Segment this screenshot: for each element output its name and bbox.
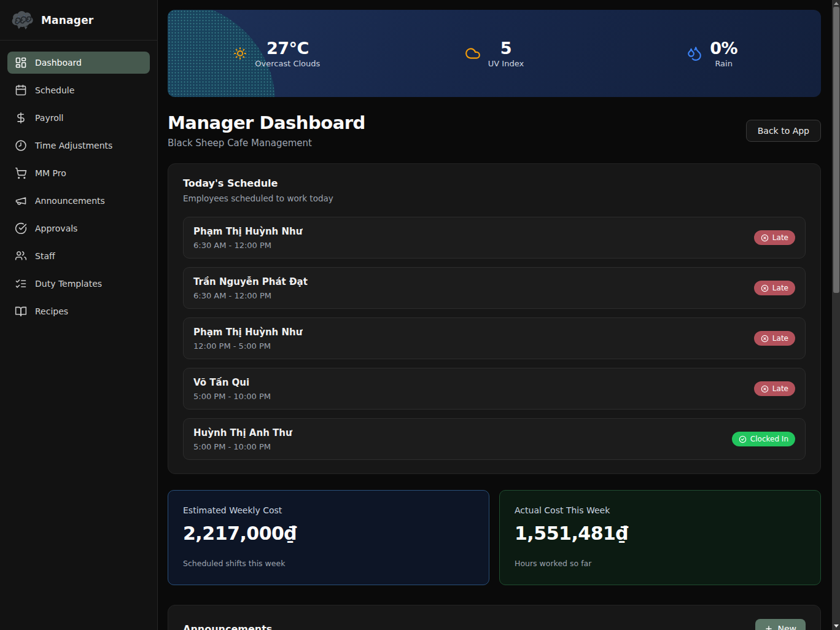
shift-time: 5:00 PM - 10:00 PM: [193, 442, 292, 451]
cost-card-value: 2,217,000₫: [183, 523, 474, 544]
vertical-scrollbar[interactable]: [832, 0, 840, 630]
sidebar-item-label: Dashboard: [35, 58, 82, 68]
weather-temperature: 27°C Overcast Clouds: [168, 39, 386, 68]
status-badge-label: Clocked In: [750, 435, 788, 443]
sidebar-item-mm-pro[interactable]: MM Pro: [7, 162, 150, 184]
weather-banner: 27°C Overcast Clouds 5 UV Index 0% Rain: [168, 10, 821, 97]
status-badge-label: Late: [772, 384, 788, 393]
shift-row: Huỳnh Thị Anh Thư 5:00 PM - 10:00 PM Clo…: [183, 418, 806, 460]
check-circle-icon: [15, 222, 27, 235]
shift-time: 5:00 PM - 10:00 PM: [193, 392, 271, 401]
sidebar-item-label: Recipes: [35, 306, 68, 316]
x-circle-icon: [761, 234, 769, 242]
calendar-icon: [15, 84, 27, 96]
sidebar-item-time-adjustments[interactable]: Time Adjustments: [7, 134, 150, 157]
status-badge-label: Late: [772, 284, 788, 292]
cost-card-title: Actual Cost This Week: [515, 505, 806, 515]
list-checks-icon: [15, 278, 27, 290]
cost-card-caption: Scheduled shifts this week: [183, 559, 474, 568]
sidebar-item-label: Staff: [35, 251, 55, 261]
x-circle-icon: [761, 335, 769, 343]
temperature-value: 27°C: [266, 39, 309, 58]
sidebar-item-recipes[interactable]: Recipes: [7, 300, 150, 322]
employee-name: Trần Nguyễn Phát Đạt: [193, 276, 308, 287]
cost-card-value: 1,551,481₫: [515, 523, 806, 544]
sidebar-item-staff[interactable]: Staff: [7, 245, 150, 267]
sheep-logo-icon: [11, 10, 34, 30]
sidebar-item-label: Time Adjustments: [35, 141, 112, 150]
page-title: Manager Dashboard: [168, 112, 365, 133]
status-badge-late: Late: [754, 230, 795, 245]
sidebar: Manager Dashboard Schedule Payroll Time …: [0, 0, 158, 630]
sidebar-item-label: Announcements: [35, 196, 105, 206]
weather-condition: Overcast Clouds: [255, 59, 320, 68]
status-badge-late: Late: [754, 381, 795, 396]
weather-rain: 0% Rain: [603, 39, 821, 68]
sidebar-header: Manager: [0, 0, 157, 41]
status-badge-late: Late: [754, 331, 795, 346]
announcements-card: Announcements New: [168, 605, 821, 630]
new-announcement-label: New: [777, 624, 796, 630]
schedule-card-subtitle: Employees scheduled to work today: [183, 193, 806, 203]
sidebar-item-label: Payroll: [35, 113, 63, 123]
weather-uv: 5 UV Index: [386, 39, 604, 68]
sidebar-item-label: MM Pro: [35, 168, 66, 178]
schedule-card-title: Today's Schedule: [183, 177, 806, 189]
shift-time: 6:30 AM - 12:00 PM: [193, 241, 302, 250]
x-circle-icon: [761, 385, 769, 393]
scroll-down-arrow-icon[interactable]: [834, 624, 839, 628]
shift-row: Võ Tấn Qui 5:00 PM - 10:00 PM Late: [183, 368, 806, 410]
todays-schedule-card: Today's Schedule Employees scheduled to …: [168, 163, 821, 474]
cloud-icon: [465, 45, 481, 61]
announcements-title: Announcements: [183, 623, 272, 630]
back-to-app-button[interactable]: Back to App: [746, 120, 821, 142]
scroll-up-arrow-icon[interactable]: [834, 2, 839, 5]
uv-value: 5: [500, 39, 511, 58]
shift-time: 6:30 AM - 12:00 PM: [193, 291, 308, 300]
plus-icon: [764, 624, 773, 630]
employee-name: Võ Tấn Qui: [193, 377, 271, 388]
book-open-icon: [15, 305, 27, 317]
estimated-weekly-cost-card: Estimated Weekly Cost 2,217,000₫ Schedul…: [168, 490, 489, 585]
status-badge-label: Late: [772, 233, 788, 242]
sidebar-item-label: Approvals: [35, 224, 77, 233]
actual-cost-card: Actual Cost This Week 1,551,481₫ Hours w…: [499, 490, 821, 585]
sidebar-item-announcements[interactable]: Announcements: [7, 190, 150, 212]
employee-name: Huỳnh Thị Anh Thư: [193, 427, 292, 438]
uv-label: UV Index: [488, 59, 524, 68]
employee-name: Phạm Thị Huỳnh Như: [193, 327, 302, 338]
rain-label: Rain: [715, 59, 733, 68]
page-subtitle: Black Sheep Cafe Management: [168, 138, 365, 149]
sidebar-nav: Dashboard Schedule Payroll Time Adjustme…: [0, 41, 157, 339]
status-badge-label: Late: [772, 334, 788, 343]
megaphone-icon: [15, 195, 27, 207]
sidebar-item-duty-templates[interactable]: Duty Templates: [7, 273, 150, 295]
sidebar-item-label: Schedule: [35, 85, 74, 95]
sidebar-item-schedule[interactable]: Schedule: [7, 79, 150, 101]
users-icon: [15, 250, 27, 262]
app-title: Manager: [41, 14, 93, 26]
employee-name: Phạm Thị Huỳnh Như: [193, 226, 302, 237]
x-circle-icon: [761, 284, 769, 292]
sidebar-item-label: Duty Templates: [35, 279, 102, 289]
shift-row: Phạm Thị Huỳnh Như 6:30 AM - 12:00 PM La…: [183, 217, 806, 259]
check-circle-icon: [739, 435, 747, 443]
sidebar-item-payroll[interactable]: Payroll: [7, 107, 150, 129]
sun-icon: [233, 46, 247, 61]
droplets-icon: [686, 45, 702, 61]
status-badge-late: Late: [754, 281, 795, 295]
shift-time: 12:00 PM - 5:00 PM: [193, 341, 302, 351]
sidebar-item-approvals[interactable]: Approvals: [7, 217, 150, 239]
scrollbar-thumb[interactable]: [833, 7, 839, 293]
new-announcement-button[interactable]: New: [755, 619, 806, 630]
cart-icon: [15, 167, 27, 179]
rain-value: 0%: [710, 39, 737, 58]
main-content: 27°C Overcast Clouds 5 UV Index 0% Rain: [158, 0, 832, 630]
sidebar-item-dashboard[interactable]: Dashboard: [7, 52, 150, 74]
cost-summary: Estimated Weekly Cost 2,217,000₫ Schedul…: [168, 490, 821, 585]
page-header: Manager Dashboard Black Sheep Cafe Manag…: [168, 112, 821, 149]
clock-icon: [15, 139, 27, 152]
dollar-icon: [15, 112, 27, 124]
dashboard-icon: [15, 56, 27, 69]
cost-card-title: Estimated Weekly Cost: [183, 505, 474, 515]
